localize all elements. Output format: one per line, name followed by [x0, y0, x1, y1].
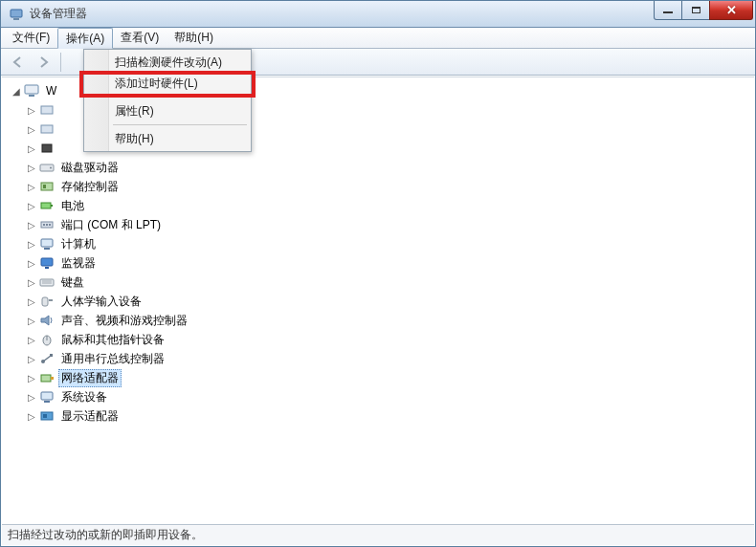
- expand-icon[interactable]: ▷: [25, 103, 38, 117]
- tree-item-label: 计算机: [58, 235, 99, 253]
- tree-item-ports[interactable]: ▷ 端口 (COM 和 LPT): [25, 215, 754, 234]
- expand-icon[interactable]: ▷: [25, 409, 38, 423]
- svg-marker-26: [41, 316, 49, 325]
- expand-icon[interactable]: ▷: [25, 371, 38, 384]
- tree-item-network-adapters[interactable]: ▷ 网络适配器: [25, 368, 754, 387]
- svg-rect-24: [42, 297, 48, 306]
- status-bar: 扫描经过改动的或新的即插即用设备。: [2, 524, 754, 545]
- expand-icon[interactable]: ▷: [25, 275, 38, 289]
- minimize-button[interactable]: [654, 1, 682, 20]
- menu-help[interactable]: 帮助(H): [167, 28, 221, 48]
- menu-properties[interactable]: 属性(R): [86, 100, 249, 121]
- tree-item-system-devices[interactable]: ▷ 系统设备: [25, 387, 754, 406]
- tree-item-keyboards[interactable]: ▷ 键盘: [25, 273, 754, 292]
- expand-icon[interactable]: ▷: [25, 256, 38, 270]
- tree-item-computer[interactable]: ▷ 计算机: [25, 234, 754, 253]
- menu-item-label: 帮助(H): [115, 131, 154, 147]
- tree-item-mice[interactable]: ▷ 鼠标和其他指针设备: [25, 330, 754, 349]
- menu-separator: [113, 97, 247, 98]
- back-button[interactable]: [7, 52, 30, 73]
- expand-icon[interactable]: ▷: [25, 314, 38, 327]
- svg-rect-11: [41, 203, 51, 208]
- expand-icon[interactable]: ▷: [25, 199, 38, 212]
- tree-item-label: 电池: [58, 197, 87, 215]
- collapse-icon[interactable]: ◢: [10, 84, 23, 98]
- toolbar-separator: [60, 53, 61, 72]
- tree-item-label: 声音、视频和游戏控制器: [58, 312, 190, 330]
- svg-point-16: [49, 224, 51, 226]
- menu-view[interactable]: 查看(V): [113, 28, 167, 48]
- menu-item-label: 属性(R): [115, 103, 154, 120]
- menu-scan-hardware-changes[interactable]: 扫描检测硬件改动(A): [86, 52, 249, 73]
- tree-item-label: 键盘: [58, 274, 87, 292]
- menu-action[interactable]: 操作(A): [57, 28, 113, 49]
- tree-item-disk-drives[interactable]: ▷ 磁盘驱动器: [25, 158, 754, 177]
- tree-item-storage-controllers[interactable]: ▷ 存储控制器: [25, 177, 754, 196]
- expand-icon[interactable]: ▷: [25, 390, 38, 404]
- svg-rect-37: [43, 414, 47, 418]
- battery-icon: [38, 198, 56, 213]
- menu-help[interactable]: 帮助(H): [86, 128, 249, 149]
- svg-rect-32: [41, 375, 51, 382]
- title-bar: 设备管理器 ✕: [1, 1, 755, 28]
- tree-item-label: 磁盘驱动器: [58, 159, 122, 177]
- tree-root-label: W: [43, 83, 59, 98]
- menu-bar: 文件(F) 操作(A) 查看(V) 帮助(H): [1, 28, 755, 49]
- tree-item-hid[interactable]: ▷ 人体学输入设备: [25, 292, 754, 311]
- storage-controller-icon: [38, 179, 56, 194]
- svg-line-30: [43, 356, 51, 361]
- system-device-icon: [38, 389, 56, 405]
- expand-icon[interactable]: ▷: [25, 218, 38, 231]
- svg-rect-20: [45, 267, 49, 269]
- expand-icon[interactable]: ▷: [25, 180, 38, 193]
- svg-rect-9: [41, 183, 53, 190]
- expand-icon[interactable]: ▷: [25, 161, 38, 174]
- svg-rect-5: [41, 125, 53, 133]
- tree-item-label: 网络适配器: [58, 369, 122, 387]
- maximize-button[interactable]: [681, 1, 710, 20]
- menu-separator: [113, 124, 247, 125]
- expand-icon[interactable]: ▷: [25, 237, 38, 251]
- usb-icon: [38, 351, 56, 366]
- tree-item-label: 显示适配器: [58, 407, 122, 426]
- monitor-icon: [38, 255, 56, 271]
- svg-point-14: [43, 224, 45, 226]
- tree-item-label: 端口 (COM 和 LPT): [58, 216, 164, 234]
- close-button[interactable]: ✕: [709, 1, 753, 20]
- svg-rect-33: [51, 377, 54, 380]
- svg-rect-12: [51, 205, 53, 207]
- tree-item-monitors[interactable]: ▷ 监视器: [25, 253, 754, 273]
- expand-icon[interactable]: ▷: [25, 295, 38, 308]
- svg-rect-17: [41, 239, 53, 247]
- svg-rect-4: [41, 106, 53, 114]
- window-title: 设备管理器: [30, 6, 655, 22]
- svg-rect-35: [44, 401, 50, 403]
- tree-item-usb[interactable]: ▷ 通用串行总线控制器: [25, 349, 754, 368]
- svg-rect-19: [41, 258, 53, 266]
- svg-rect-10: [43, 185, 46, 188]
- svg-rect-18: [44, 248, 50, 250]
- svg-rect-3: [29, 95, 34, 97]
- tree-item-display-adapters[interactable]: ▷ 显示适配器: [25, 406, 754, 426]
- expand-icon[interactable]: ▷: [25, 352, 38, 365]
- hid-icon: [38, 294, 56, 309]
- menu-file[interactable]: 文件(F): [5, 28, 57, 48]
- menu-item-label: 添加过时硬件(L): [115, 76, 198, 92]
- window-controls: ✕: [655, 1, 753, 20]
- expand-icon[interactable]: ▷: [25, 142, 38, 155]
- expand-icon[interactable]: ▷: [25, 122, 38, 136]
- tree-item-label: 监视器: [58, 254, 99, 273]
- expand-icon[interactable]: ▷: [25, 333, 38, 346]
- svg-rect-31: [50, 354, 53, 357]
- menu-add-legacy-hardware[interactable]: 添加过时硬件(L): [86, 73, 249, 94]
- svg-rect-25: [49, 299, 53, 301]
- tree-item-sound[interactable]: ▷ 声音、视频和游戏控制器: [25, 311, 754, 330]
- app-icon: [9, 7, 24, 22]
- tree-item-label: 通用串行总线控制器: [58, 350, 167, 368]
- forward-button[interactable]: [32, 52, 55, 73]
- device-icon: [38, 121, 56, 137]
- sound-icon: [38, 313, 56, 328]
- svg-rect-34: [41, 392, 53, 400]
- tree-item-batteries[interactable]: ▷ 电池: [25, 196, 754, 215]
- keyboard-icon: [38, 274, 56, 290]
